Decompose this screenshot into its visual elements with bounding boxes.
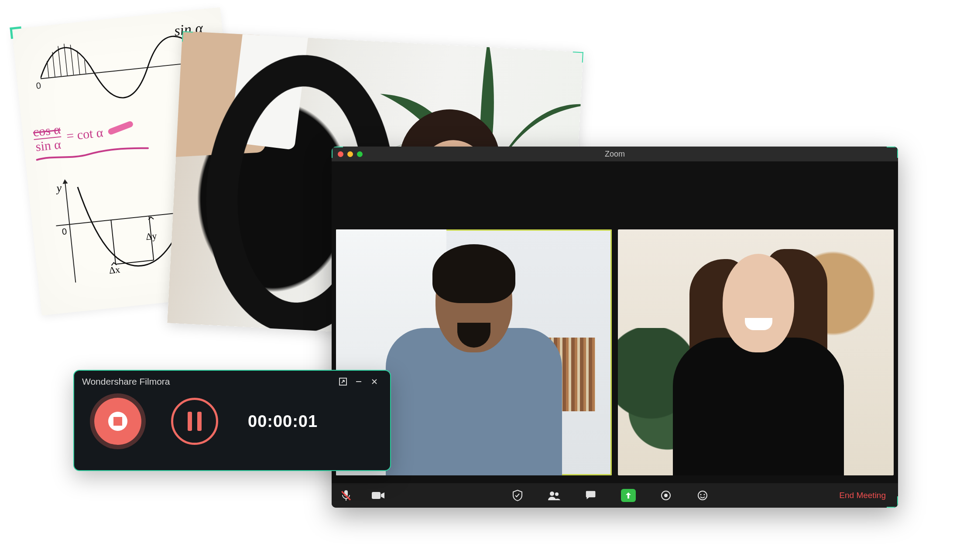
zoom-window-title: Zoom xyxy=(332,150,898,159)
participants-icon xyxy=(548,491,561,500)
recorder-titlebar[interactable]: Wondershare Filmora xyxy=(74,371,390,393)
svg-point-16 xyxy=(664,494,668,497)
recorder-title: Wondershare Filmora xyxy=(82,376,170,387)
svg-rect-12 xyxy=(372,492,381,499)
selection-corner-icon xyxy=(887,147,898,158)
security-button[interactable] xyxy=(511,489,524,502)
delta-x-label: Δx xyxy=(109,264,121,276)
stop-square-icon xyxy=(113,417,122,426)
filmora-recorder-panel: Wondershare Filmora 00:00:01 xyxy=(73,370,391,471)
share-screen-button[interactable] xyxy=(621,489,636,502)
stop-inner-icon xyxy=(108,412,127,431)
expand-icon xyxy=(339,378,347,386)
video-button[interactable] xyxy=(372,489,385,502)
stop-record-button[interactable] xyxy=(94,398,141,445)
hair-shape-icon xyxy=(432,244,515,303)
head-shape-icon xyxy=(723,254,794,352)
participants-button[interactable] xyxy=(548,489,561,502)
selection-corner-icon xyxy=(10,27,22,39)
zoom-toolbar: End Meeting xyxy=(332,483,898,508)
selection-corner-icon xyxy=(887,496,898,508)
smile-shape-icon xyxy=(745,318,772,330)
selection-corner-icon xyxy=(573,50,583,62)
recording-timer: 00:00:01 xyxy=(248,412,318,431)
selection-corner-icon xyxy=(180,31,193,42)
chat-button[interactable] xyxy=(584,489,597,502)
svg-line-2 xyxy=(58,46,61,76)
end-meeting-button[interactable]: End Meeting xyxy=(835,488,890,503)
shield-icon xyxy=(513,490,522,501)
svg-line-3 xyxy=(64,44,68,75)
close-icon xyxy=(371,378,378,385)
share-screen-icon xyxy=(624,491,633,500)
svg-line-5 xyxy=(77,51,80,74)
zoom-titlebar[interactable]: Zoom xyxy=(332,147,898,161)
svg-point-14 xyxy=(555,492,559,496)
minimize-button[interactable] xyxy=(351,374,367,389)
formula-equals: = cot α xyxy=(66,125,104,143)
svg-point-13 xyxy=(550,492,554,496)
marker-icon xyxy=(107,120,134,136)
participant-tile[interactable] xyxy=(618,229,894,475)
svg-line-7 xyxy=(111,220,116,264)
svg-point-17 xyxy=(698,491,707,500)
zoom-body xyxy=(332,161,898,483)
recorder-body: 00:00:01 xyxy=(74,393,390,445)
close-button[interactable] xyxy=(367,374,382,389)
reactions-button[interactable] xyxy=(696,489,709,502)
svg-point-18 xyxy=(700,494,701,495)
svg-line-0 xyxy=(47,61,49,78)
reactions-icon xyxy=(697,490,708,501)
svg-line-6 xyxy=(85,60,86,73)
expand-button[interactable] xyxy=(335,374,351,389)
pause-icon xyxy=(188,412,202,431)
torso-shape-icon xyxy=(673,338,844,475)
delta-y-label: Δy xyxy=(145,230,158,242)
zoom-window: Zoom xyxy=(332,147,898,508)
minimize-icon xyxy=(355,378,362,385)
video-icon xyxy=(372,491,385,500)
svg-line-1 xyxy=(52,52,55,77)
selection-corner-icon xyxy=(332,147,343,158)
pause-record-button[interactable] xyxy=(171,398,218,445)
mute-button[interactable] xyxy=(339,489,353,502)
participant-grid xyxy=(332,229,898,475)
record-button[interactable] xyxy=(659,489,672,502)
chat-icon xyxy=(585,490,597,501)
fraction: cos α sin α xyxy=(32,123,63,154)
svg-point-19 xyxy=(703,494,705,495)
fraction-denominator: sin α xyxy=(34,136,62,154)
record-icon xyxy=(661,490,671,501)
